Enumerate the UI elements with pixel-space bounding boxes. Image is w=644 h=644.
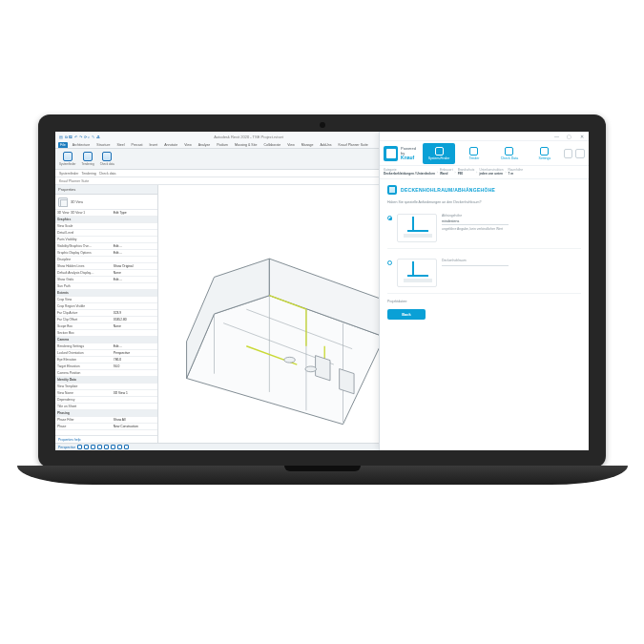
property-row[interactable]: Locked OrientationPerspective	[55, 350, 157, 357]
section-header: DECKENHOHLRAUM/ABHÄNGEHÖHE	[387, 185, 581, 195]
property-rows: GraphicsView ScaleDetail LevelParts Visi…	[55, 217, 157, 435]
ribbon-btn-tendering[interactable]: Tendering	[82, 152, 94, 166]
tab-steel[interactable]: Steel	[115, 142, 127, 148]
subbar-item[interactable]: Systemfinder	[59, 172, 78, 176]
option-input[interactable]: mindestens	[442, 219, 509, 225]
nav-settings[interactable]: Settings	[529, 143, 561, 164]
tab-analyze[interactable]: Analyze	[197, 142, 212, 148]
property-row[interactable]: Crop Region Visible	[55, 303, 157, 310]
chevron-right-icon: ›	[505, 171, 506, 175]
status-icon[interactable]	[91, 445, 95, 449]
breadcrumb-item[interactable]: Unterkonstruktion jeden von unten	[479, 169, 503, 177]
property-row[interactable]: Detail Level	[55, 230, 157, 237]
breadcrumb-item[interactable]: Raumhöhe 7 m	[508, 169, 523, 177]
tab-insert[interactable]: Insert	[147, 142, 159, 148]
mail-icon[interactable]	[564, 149, 573, 158]
property-row[interactable]: Phase FilterShow All	[55, 417, 157, 424]
property-row[interactable]: Title on Sheet	[55, 404, 157, 410]
property-section: Extents	[55, 290, 157, 297]
property-row[interactable]: Crop View	[55, 297, 157, 303]
floorplan-3d-icon	[158, 185, 399, 443]
tab-structure[interactable]: Structure	[94, 142, 112, 148]
search-icon	[435, 147, 444, 156]
chevron-right-icon: ›	[455, 171, 456, 175]
status-icon[interactable]	[111, 445, 115, 449]
status-icon[interactable]	[104, 445, 109, 449]
tab-podium[interactable]: Podium	[215, 142, 230, 148]
subbar-item[interactable]: Tendering	[81, 172, 95, 176]
tab-collaborate[interactable]: Collaborate	[261, 142, 282, 148]
maximize-button[interactable]: ▢	[566, 134, 572, 139]
knauf-logo-icon	[384, 146, 398, 161]
property-row[interactable]: View Scale	[55, 223, 157, 230]
ribbon-panel: Systemfinder Tendering Check data	[55, 149, 399, 170]
quick-access-toolbar[interactable]: ▤ ⧉ 🖫 ↶ ↷ ⟳ ⌕ ✎ 🖶	[59, 135, 100, 139]
property-row[interactable]: Camera Position	[55, 370, 157, 377]
property-row[interactable]: Target Elevation94.0	[55, 364, 157, 370]
subbar-item[interactable]: Check data	[99, 172, 116, 176]
tab-architecture[interactable]: Architecture	[71, 142, 93, 148]
type-selector[interactable]: 3D View	[55, 195, 157, 210]
instance-row: 3D View: 3D View 1 Edit Type	[55, 210, 157, 217]
property-row[interactable]: Far Clip Offset35352.80	[55, 317, 157, 323]
property-row[interactable]: Rendering SettingsEdit…	[55, 343, 157, 350]
ribbon-btn-systemfinder[interactable]: Systemfinder	[59, 152, 76, 166]
ribbon-tabs[interactable]: File Architecture Structure Steel Precas…	[55, 141, 399, 149]
tab-view[interactable]: View	[182, 142, 194, 148]
property-row[interactable]: Dependency	[55, 397, 157, 404]
status-icon[interactable]	[84, 445, 89, 449]
close-button[interactable]: ✕	[578, 134, 585, 139]
property-row[interactable]: Eye Elevation786.0	[55, 357, 157, 364]
property-row[interactable]: Graphic Display OptionsEdit…	[55, 250, 157, 257]
property-row[interactable]: View Name3D View 1	[55, 390, 157, 397]
tab-addins[interactable]: Add-Ins	[318, 142, 333, 148]
help-icon[interactable]	[575, 149, 585, 158]
breadcrumb-item[interactable]: Kategorie Deckenbekleidungen / Unterdeck…	[384, 169, 435, 177]
property-row[interactable]: Sun Path	[55, 283, 157, 290]
ribbon-subbar: Systemfinder Tendering Check data	[55, 170, 399, 177]
tab-manage[interactable]: Manage	[300, 142, 316, 148]
breadcrumb-item[interactable]: Einbauort Wand	[440, 169, 453, 177]
plugin-titlebar: — ▢ ✕	[380, 132, 589, 141]
property-row[interactable]: Section Box	[55, 330, 157, 337]
minimize-button[interactable]: —	[553, 134, 560, 139]
chevron-right-icon: ›	[437, 171, 438, 175]
viewport-3d[interactable]	[158, 185, 399, 443]
option-input[interactable]	[442, 264, 509, 266]
tab-file[interactable]: File	[58, 142, 68, 148]
status-icon[interactable]	[124, 445, 129, 449]
status-icon[interactable]	[117, 445, 122, 449]
option-abhaengehoehe[interactable]: Abhängehöhe mindestens ungefähre Angabe,…	[387, 210, 581, 249]
status-icon[interactable]	[97, 445, 102, 449]
radio-icon[interactable]	[387, 260, 392, 265]
edit-type-button[interactable]: Edit Type	[112, 210, 157, 216]
properties-panel: Properties 3D View 3D View: 3D View 1 Ed…	[55, 185, 158, 443]
laptop-bezel: ▤ ⧉ 🖫 ↶ ↷ ⟳ ⌕ ✎ 🖶 Autodesk Revit 2020 - …	[38, 114, 606, 467]
properties-help-link[interactable]: Properties help	[55, 435, 157, 443]
property-row[interactable]: Default Analysis Display…None	[55, 270, 157, 277]
option-deckenhohlraum[interactable]: Deckenhohlraum	[387, 255, 581, 294]
property-row[interactable]: Visibility/Graphics Ove…Edit…	[55, 243, 157, 250]
back-button[interactable]: Back	[387, 309, 426, 320]
tab-massing[interactable]: Massing & Site	[233, 142, 259, 148]
property-row[interactable]: View Template	[55, 384, 157, 390]
property-row[interactable]: Parts Visibility	[55, 237, 157, 243]
property-row[interactable]: Far Clip Active323.9	[55, 310, 157, 317]
nav-system-finder[interactable]: System-Finder	[423, 143, 455, 164]
tab-view2[interactable]: View	[285, 142, 297, 148]
property-row[interactable]: Scope BoxNone	[55, 323, 157, 330]
tab-precast[interactable]: Precast	[130, 142, 145, 148]
radio-icon[interactable]	[387, 216, 392, 220]
nav-check-data[interactable]: Check Data	[493, 143, 526, 164]
property-row[interactable]: Discipline	[55, 257, 157, 263]
property-row[interactable]: Show GridsEdit…	[55, 277, 157, 283]
tab-knauf[interactable]: Knauf Planner Suite	[337, 142, 370, 148]
tab-annotate[interactable]: Annotate	[162, 142, 179, 148]
breadcrumb-item[interactable]: Brandschutz F90	[458, 169, 475, 177]
property-row[interactable]: PhaseNew Construction	[55, 424, 157, 430]
status-icon[interactable]	[77, 445, 82, 449]
nav-tender[interactable]: Tender	[458, 143, 490, 164]
property-row[interactable]: Show Hidden LinesShow Original	[55, 263, 157, 270]
ribbon-btn-checkdata[interactable]: Check data	[100, 152, 114, 166]
knauf-plugin-window: — ▢ ✕ Powered by Knauf System-Finder	[379, 132, 589, 450]
